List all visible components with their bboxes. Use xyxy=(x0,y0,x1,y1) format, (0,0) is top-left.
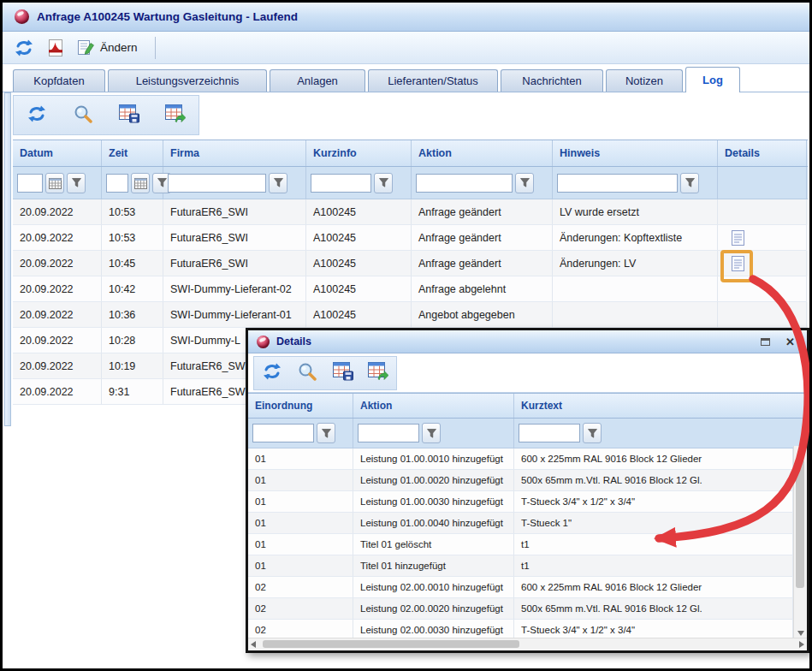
cell-datum: 20.09.2022 xyxy=(13,199,102,225)
details-table-filter-row xyxy=(248,419,807,448)
details-filter-cell-kurztext xyxy=(514,419,807,448)
datepicker-button-datum[interactable] xyxy=(45,173,64,193)
column-header-einordnung[interactable]: Einordnung xyxy=(248,394,353,418)
filter-input-firma[interactable] xyxy=(168,174,266,193)
cell-einordnung: 02 xyxy=(248,598,353,620)
search-icon xyxy=(298,362,317,384)
table-row[interactable]: 20.09.202210:53FuturaER6_SWIA100245Anfra… xyxy=(13,225,808,251)
details-filter-cell-einordnung xyxy=(248,419,353,448)
cell-firma: SWI-Dummy-Lieferant-02 xyxy=(163,276,306,302)
cell-einordnung: 01 xyxy=(248,555,353,577)
tab-anlagen[interactable]: Anlagen xyxy=(270,69,365,92)
filter-cell-kurzinfo xyxy=(306,167,412,199)
details-filter-button-aktion[interactable] xyxy=(422,423,441,443)
details-table-row[interactable]: 01Leistung 01.00.0040 hinzugefügtT-Stuec… xyxy=(248,513,807,534)
table-row[interactable]: 20.09.202210:53FuturaER6_SWIA100245Anfra… xyxy=(13,199,808,225)
cell-zeit: 9:31 xyxy=(102,379,163,405)
filter-input-aktion[interactable] xyxy=(416,174,513,193)
filter-button-datum[interactable] xyxy=(67,173,86,193)
horizontal-scrollbar[interactable] xyxy=(248,638,807,650)
column-header-firma[interactable]: Firma xyxy=(163,140,306,166)
change-button[interactable]: Ändern xyxy=(78,40,138,56)
column-header-kurzinfo[interactable]: Kurzinfo xyxy=(306,140,412,166)
table-row[interactable]: 20.09.202210:42SWI-Dummy-Lieferant-02A10… xyxy=(13,276,808,302)
refresh-button[interactable] xyxy=(22,101,51,130)
cell-details xyxy=(718,225,807,251)
maximize-icon[interactable] xyxy=(761,338,770,346)
filter-input-datum[interactable] xyxy=(17,174,43,193)
details-table-row[interactable]: 02Leistung 02.00.0010 hinzugefügt600 x 2… xyxy=(248,577,807,598)
cell-kurzinfo: A100245 xyxy=(306,225,412,251)
column-header-details[interactable]: Details xyxy=(718,140,807,166)
filter-input-kurzinfo[interactable] xyxy=(311,174,371,193)
table-row[interactable]: 20.09.202210:45FuturaER6_SWIA100245Anfra… xyxy=(13,251,808,276)
refresh-icon[interactable] xyxy=(15,39,33,56)
table-save-button[interactable] xyxy=(115,101,144,130)
table-export-button[interactable] xyxy=(161,101,190,130)
filter-input-hinweis[interactable] xyxy=(557,174,678,193)
column-header-zeit[interactable]: Zeit xyxy=(102,140,163,166)
details-table: EinordnungAktionKurztext 01Leistung 01.0… xyxy=(248,393,807,641)
scroll-up-icon[interactable] xyxy=(794,448,807,453)
details-table-row[interactable]: 01Leistung 01.00.0020 hinzugefügt500x 65… xyxy=(248,470,807,491)
filter-button-firma[interactable] xyxy=(269,173,287,193)
vertical-scroll-thumb[interactable] xyxy=(796,460,804,588)
filter-button-aktion[interactable] xyxy=(515,173,534,193)
details-filter-input-kurztext[interactable] xyxy=(519,424,580,442)
details-filter-button-einordnung[interactable] xyxy=(317,423,335,443)
details-table-row[interactable]: 01Titel 01 hinzugefügtt1 xyxy=(248,555,807,577)
column-header-hinweis[interactable]: Hinweis xyxy=(553,140,718,166)
details-table-row[interactable]: 02Leistung 02.00.0020 hinzugefügt500x 65… xyxy=(248,598,807,620)
filter-button-hinweis[interactable] xyxy=(680,173,699,193)
search-button[interactable] xyxy=(68,101,98,130)
tab-kopfdaten[interactable]: Kopfdaten xyxy=(13,69,105,92)
refresh-icon xyxy=(27,105,46,126)
filter-button-kurzinfo[interactable] xyxy=(374,173,393,193)
close-icon[interactable]: ✕ xyxy=(785,336,795,347)
details-filter-button-kurztext[interactable] xyxy=(583,423,602,443)
details-table-row[interactable]: 01Leistung 01.00.0010 hinzugefügt600 x 2… xyxy=(248,448,807,470)
cell-kurztext: t1 xyxy=(514,555,793,577)
table-save-icon xyxy=(333,362,353,384)
table-row[interactable]: 20.09.202210:36SWI-Dummy-Lieferant-01A10… xyxy=(13,302,808,328)
cell-hinweis: Änderungen: LV xyxy=(553,251,718,276)
filter-input-zeit[interactable] xyxy=(106,174,128,193)
details-toolbar xyxy=(248,353,807,393)
tab-bar: KopfdatenLeistungsverzeichnisAnlagenLief… xyxy=(3,64,809,92)
document-icon[interactable] xyxy=(732,230,744,246)
horizontal-scroll-thumb[interactable] xyxy=(263,640,519,648)
datepicker-button-zeit[interactable] xyxy=(131,173,150,193)
details-window-buttons: ✕ xyxy=(761,336,807,347)
tab-leistungsverzeichnis[interactable]: Leistungsverzeichnis xyxy=(108,69,267,92)
column-header-aktion[interactable]: Aktion xyxy=(412,140,553,166)
tab-nachrichten[interactable]: Nachrichten xyxy=(501,69,603,92)
table-export-button[interactable] xyxy=(364,359,393,388)
scroll-right-icon[interactable] xyxy=(799,638,804,650)
details-table-row[interactable]: 01Titel 01 gelöschtt1 xyxy=(248,534,807,555)
search-button[interactable] xyxy=(293,359,322,388)
vertical-scrollbar[interactable] xyxy=(793,446,807,638)
cell-kurztext: T-Stueck 3/4" x 1/2" x 3/4" xyxy=(514,491,793,513)
cell-zeit: 10:42 xyxy=(102,276,163,302)
cell-aktion: Anfrage geändert xyxy=(412,199,553,225)
log-table-filter-row xyxy=(13,167,808,199)
pdf-icon[interactable] xyxy=(47,39,64,56)
tab-lieferanten-status[interactable]: Lieferanten/Status xyxy=(368,69,498,92)
details-filter-input-aktion[interactable] xyxy=(358,424,419,442)
cell-zeit: 10:28 xyxy=(102,328,163,353)
refresh-button[interactable] xyxy=(258,359,287,388)
scroll-down-icon[interactable] xyxy=(794,631,807,636)
details-filter-input-einordnung[interactable] xyxy=(252,424,314,442)
main-toolbar: Ändern xyxy=(3,32,809,64)
cell-zeit: 10:53 xyxy=(102,225,163,251)
toolbar-separator xyxy=(155,37,156,59)
column-header-aktion[interactable]: Aktion xyxy=(353,394,514,418)
tab-log[interactable]: Log xyxy=(685,67,740,92)
column-header-kurztext[interactable]: Kurztext xyxy=(514,394,807,418)
details-table-row[interactable]: 01Leistung 01.00.0030 hinzugefügtT-Stuec… xyxy=(248,491,807,513)
column-header-datum[interactable]: Datum xyxy=(13,140,102,166)
cell-aktion: Anfrage abgelehnt xyxy=(412,276,553,302)
table-save-button[interactable] xyxy=(329,359,358,388)
scroll-left-icon[interactable] xyxy=(251,638,256,650)
tab-notizen[interactable]: Notizen xyxy=(606,69,683,92)
